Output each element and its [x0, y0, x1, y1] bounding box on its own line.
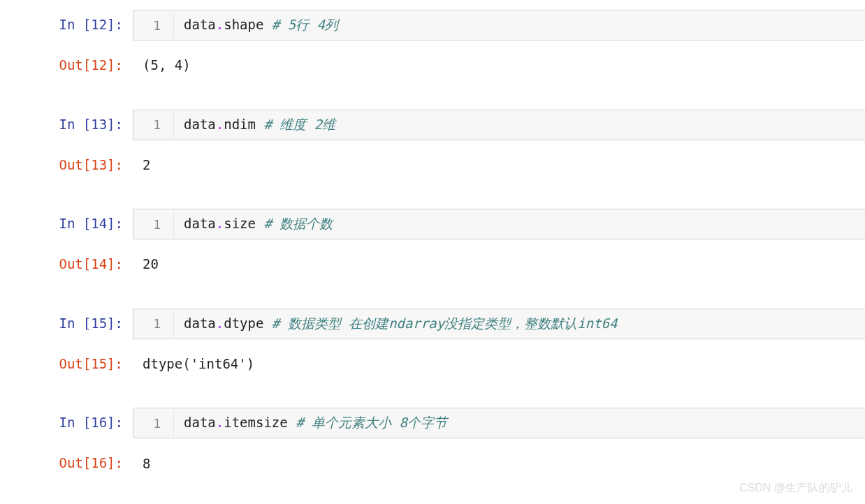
out-prompt: Out[16]: [0, 448, 133, 478]
line-number: 1 [133, 212, 174, 237]
input-area[interactable]: 1data.ndim # 维度 2维 [133, 110, 865, 140]
output-cell: Out[12]:(5, 4) [0, 50, 865, 80]
output-cell: Out[13]:2 [0, 150, 865, 180]
notebook-cells: In [12]:1data.shape # 5行 4列Out[12]:(5, 4… [0, 10, 865, 478]
input-area[interactable]: 1data.itemsize # 单个元素大小 8个字节 [133, 408, 865, 438]
input-cell[interactable]: In [12]:1data.shape # 5行 4列 [0, 10, 865, 40]
line-number: 1 [133, 112, 174, 138]
line-number: 1 [133, 13, 174, 38]
code-line[interactable]: data.shape # 5行 4列 [174, 10, 348, 40]
input-cell[interactable]: In [14]:1data.size # 数据个数 [0, 209, 865, 239]
output-cell: Out[16]:8 [0, 448, 865, 478]
out-prompt: Out[14]: [0, 249, 133, 279]
input-cell[interactable]: In [13]:1data.ndim # 维度 2维 [0, 110, 865, 140]
in-prompt: In [16]: [0, 408, 133, 438]
input-area[interactable]: 1data.shape # 5行 4列 [133, 10, 865, 40]
code-line[interactable]: data.ndim # 维度 2维 [174, 110, 345, 140]
line-number: 1 [133, 410, 174, 436]
input-area[interactable]: 1data.size # 数据个数 [133, 209, 865, 239]
code-line[interactable]: data.itemsize # 单个元素大小 8个字节 [174, 408, 457, 438]
in-prompt: In [15]: [0, 309, 133, 339]
input-cell[interactable]: In [16]:1data.itemsize # 单个元素大小 8个字节 [0, 408, 865, 438]
code-line[interactable]: data.dtype # 数据类型 在创建ndarray没指定类型，整数默认in… [174, 309, 627, 339]
code-line[interactable]: data.size # 数据个数 [174, 209, 342, 239]
output-text: (5, 4) [133, 50, 865, 80]
output-text: dtype('int64') [133, 349, 865, 379]
output-text: 20 [133, 249, 865, 279]
out-prompt: Out[13]: [0, 150, 133, 180]
output-text: 2 [133, 150, 865, 180]
in-prompt: In [12]: [0, 10, 133, 40]
input-cell[interactable]: In [15]:1data.dtype # 数据类型 在创建ndarray没指定… [0, 309, 865, 339]
in-prompt: In [13]: [0, 110, 133, 140]
output-cell: Out[14]:20 [0, 249, 865, 279]
output-text: 8 [133, 448, 865, 478]
line-number: 1 [133, 311, 174, 336]
input-area[interactable]: 1data.dtype # 数据类型 在创建ndarray没指定类型，整数默认i… [133, 309, 865, 339]
out-prompt: Out[15]: [0, 349, 133, 379]
in-prompt: In [14]: [0, 209, 133, 239]
out-prompt: Out[12]: [0, 50, 133, 80]
output-cell: Out[15]:dtype('int64') [0, 349, 865, 379]
watermark: CSDN @生产队的驴儿 [739, 481, 852, 496]
